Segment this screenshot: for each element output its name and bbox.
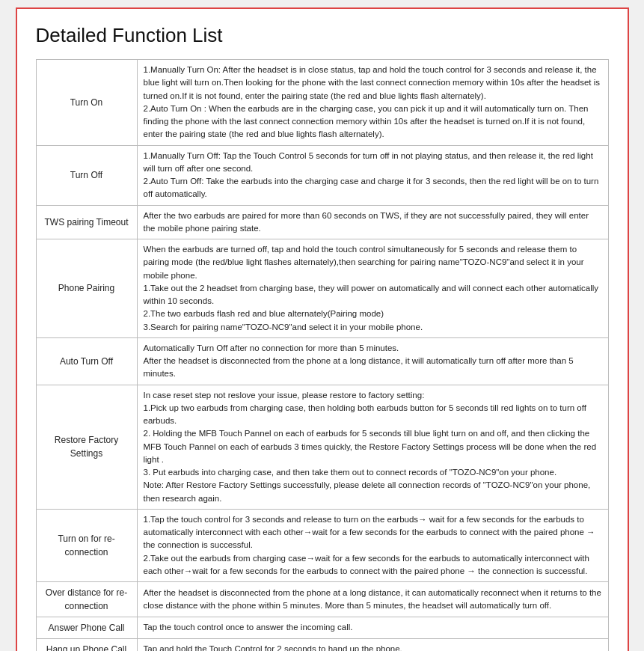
table-row: Auto Turn OffAutomatically Turn Off afte… (36, 337, 608, 385)
row-label: Turn Off (36, 145, 137, 205)
row-description: Tap and hold the Touch Control for 2 sec… (137, 639, 608, 652)
table-row: Over distance for re-connectionAfter the… (36, 582, 608, 617)
row-description: After the two earbuds are paired for mor… (137, 205, 608, 239)
table-row: Answer Phone CallTap the touch control o… (36, 617, 608, 639)
row-label: Restore Factory Settings (36, 385, 137, 509)
row-description: In case reset step not reslove your issu… (137, 385, 608, 509)
row-label: TWS pairing Timeout (36, 205, 137, 239)
table-row: TWS pairing TimeoutAfter the two earbuds… (36, 205, 608, 239)
row-description: 1.Manually Turn Off: Tap the Touch Contr… (137, 145, 608, 205)
row-description: Automatically Turn Off after no connecti… (137, 337, 608, 385)
row-label: Auto Turn Off (36, 337, 137, 385)
row-label: Turn on for re-connection (36, 509, 137, 581)
function-table: Turn On1.Manually Turn On: After the hea… (36, 59, 609, 651)
row-description: Tap the touch control once to answer the… (137, 617, 608, 639)
table-row: Phone PairingWhen the earbuds are turned… (36, 239, 608, 338)
row-description: 1.Tap the touch control for 3 seconds an… (137, 509, 608, 581)
row-label: Phone Pairing (36, 239, 137, 338)
row-description: After the headset is disconnected from t… (137, 582, 608, 617)
row-label: Hang up Phone Call (36, 639, 137, 652)
row-description: When the earbuds are turned off, tap and… (137, 239, 608, 338)
page-title: Detailed Function List (36, 24, 609, 47)
table-row: Turn Off1.Manually Turn Off: Tap the Tou… (36, 145, 608, 205)
table-row: Hang up Phone CallTap and hold the Touch… (36, 639, 608, 652)
table-row: Restore Factory SettingsIn case reset st… (36, 385, 608, 509)
row-label: Turn On (36, 60, 137, 146)
row-label: Answer Phone Call (36, 617, 137, 639)
page-container: Detailed Function List Turn On1.Manually… (16, 7, 629, 651)
row-description: 1.Manually Turn On: After the headset is… (137, 60, 608, 146)
table-row: Turn On1.Manually Turn On: After the hea… (36, 60, 608, 146)
table-row: Turn on for re-connection1.Tap the touch… (36, 509, 608, 581)
row-label: Over distance for re-connection (36, 582, 137, 617)
